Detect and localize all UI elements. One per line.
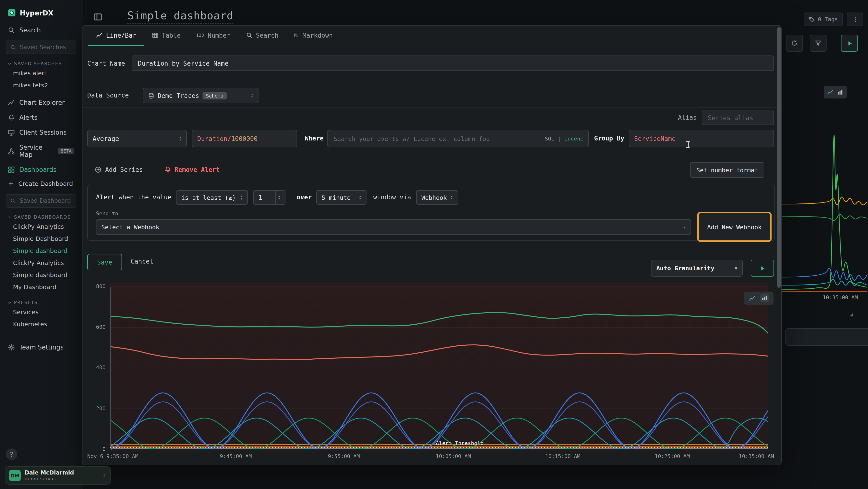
saved-search-item[interactable]: mikes alert (0, 67, 82, 79)
alert-threshold-input[interactable]: 1 ▴▾ (253, 190, 285, 205)
tab-number[interactable]: 123 Number (189, 26, 238, 46)
alias-label: Alias (656, 114, 697, 121)
group-by-field[interactable]: ServiceName (629, 130, 774, 147)
preset-item[interactable]: Kubernetes (0, 318, 82, 330)
saved-searches-searchbox[interactable] (6, 40, 76, 54)
chart-name-label: Chart Name (87, 60, 125, 67)
save-button[interactable]: Save (87, 254, 122, 270)
event-search-field[interactable]: SQL | Lucene (328, 130, 589, 147)
user-subtitle: demo-service - (25, 476, 98, 482)
alias-field[interactable] (702, 111, 774, 125)
saved-search-item[interactable]: mikes tets2 (0, 79, 82, 91)
x-axis-label: 10:35:00 AM (739, 453, 774, 460)
database-icon (148, 92, 154, 99)
plus-circle-icon (94, 166, 102, 173)
edit-chart-modal: Line/Bar Table 123 Number Search M↓ Mark… (82, 25, 782, 465)
sidebar-item-alerts[interactable]: Alerts (0, 110, 82, 125)
chart-type-toggle[interactable] (744, 292, 774, 305)
chevron-down-icon (8, 300, 11, 304)
refresh-button[interactable] (786, 35, 803, 52)
x-axis-label: 9:55:00 AM (328, 453, 360, 460)
saved-dashboards-input[interactable] (19, 197, 72, 205)
run-query-button[interactable] (841, 35, 858, 52)
sidebar-item-client-sessions[interactable]: Client Sessions (0, 125, 82, 140)
page-title[interactable]: Simple dashboard (127, 10, 234, 24)
tab-table[interactable]: Table (144, 26, 188, 46)
svg-text:Alert Threshold: Alert Threshold (436, 440, 484, 446)
remove-alert-button[interactable]: Remove Alert (164, 163, 220, 176)
bell-icon (8, 114, 15, 121)
data-source-select[interactable]: Demo Traces Schema ▴▾ (143, 88, 258, 103)
collapse-sidebar-button[interactable] (93, 12, 103, 22)
service-map-icon (8, 147, 15, 155)
help-button[interactable]: ? (6, 449, 18, 460)
sidebar-item-search[interactable]: Search (0, 23, 82, 38)
run-chart-button[interactable] (751, 260, 774, 277)
saved-dashboards-searchbox[interactable] (6, 194, 76, 207)
chart-name-input[interactable] (137, 59, 769, 67)
sidebar-item-chart-explorer[interactable]: Chart Explorer (0, 95, 82, 110)
send-to-label: Send to (96, 210, 118, 217)
saved-dashboard-item[interactable]: ClickPy Analytics (0, 257, 82, 269)
more-options-button[interactable] (847, 12, 863, 26)
saved-searches-header[interactable]: SAVED SEARCHES (8, 61, 74, 66)
aggregation-select[interactable]: Average ▴▾ (87, 130, 187, 147)
presets-header[interactable]: PRESETS (8, 300, 74, 305)
hyperdx-logo-icon (8, 9, 16, 17)
duration-chart[interactable]: Alert Threshold (110, 283, 768, 452)
create-dashboard-button[interactable]: Create Dashboard (0, 177, 82, 191)
alert-window-select[interactable]: 5 minute ▴▾ (316, 190, 367, 205)
saved-dashboard-item[interactable]: My Dashboard (0, 281, 82, 293)
filter-button[interactable] (810, 35, 827, 52)
tab-search[interactable]: Search (238, 26, 286, 46)
search-icon (10, 198, 16, 204)
event-search-input[interactable] (333, 135, 541, 143)
saved-dashboard-item[interactable]: Simple Dashboard (0, 233, 82, 245)
gear-icon (8, 344, 15, 351)
user-menu[interactable]: DM Dale McDiarmid demo-service - (5, 466, 111, 485)
tag-icon (809, 16, 815, 23)
saved-dashboard-item[interactable]: Simple dashboard (0, 269, 82, 281)
saved-dashboard-item[interactable]: ClickPy Analytics (0, 221, 82, 233)
field-expression[interactable]: Duration/1000000 (192, 130, 297, 147)
webhook-select[interactable]: Select a Webhook ▾ (96, 219, 691, 235)
play-icon (846, 40, 853, 47)
granularity-select[interactable]: Auto Granularity ▼ (651, 260, 743, 277)
tags-button[interactable]: 0 Tags (804, 12, 843, 26)
alert-channel-select[interactable]: Webhook ▴▾ (416, 190, 458, 205)
dots-vertical-icon (852, 16, 858, 23)
markdown-icon: M↓ (294, 33, 299, 38)
modal-scrollbar[interactable] (777, 27, 781, 288)
brand[interactable]: HyperDX (0, 0, 82, 23)
cancel-button[interactable]: Cancel (131, 258, 153, 265)
alert-condition-select[interactable]: is at least (≥) ▴▾ (176, 190, 248, 205)
preset-item[interactable]: Services (0, 306, 82, 318)
chart-name-field[interactable] (132, 56, 774, 71)
alias-input[interactable] (707, 114, 769, 122)
y-axis-label: 800 (83, 283, 105, 290)
sidebar-item-team-settings[interactable]: Team Settings (0, 340, 82, 355)
updown-chevrons-icon: ▴▾ (179, 136, 181, 141)
lucene-toggle[interactable]: Lucene (564, 136, 584, 142)
saved-searches-input[interactable] (19, 44, 72, 51)
add-new-webhook-button[interactable]: Add New Webhook (697, 212, 772, 242)
x-axis-label: Nov 6 9:35:00 AM (87, 453, 138, 460)
resize-handle-icon[interactable]: ◢ (850, 311, 853, 318)
sidebar-item-service-map[interactable]: Service Map BETA (0, 140, 82, 162)
stepper-arrows[interactable]: ▴▾ (275, 191, 280, 204)
add-series-button[interactable]: Add Series (94, 163, 143, 176)
sql-toggle[interactable]: SQL (545, 136, 555, 142)
sidebar-item-dashboards[interactable]: Dashboards (0, 162, 82, 177)
tab-line-bar[interactable]: Line/Bar (88, 26, 144, 46)
tab-markdown[interactable]: M↓ Markdown (286, 26, 340, 46)
bar-chart-toggle[interactable] (761, 294, 769, 302)
x-axis-label: 10:25:00 AM (655, 453, 690, 460)
chevron-down-icon: ▼ (735, 266, 737, 270)
number-icon: 123 (196, 33, 205, 38)
bar-chart-icon (762, 295, 768, 301)
where-label: Where (305, 135, 323, 142)
saved-dashboard-item-active[interactable]: Simple dashboard (0, 245, 82, 257)
text-cursor (686, 141, 690, 148)
set-number-format-button[interactable]: Set number format (690, 162, 764, 178)
saved-dashboards-header[interactable]: SAVED DASHBOARDS (8, 214, 74, 220)
